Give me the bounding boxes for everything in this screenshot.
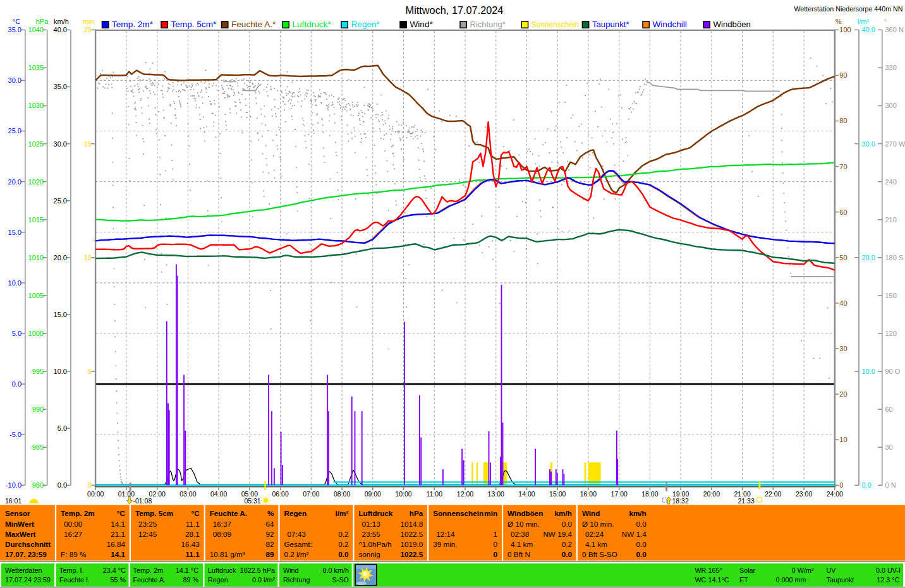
svg-text:18:00: 18:00 (641, 490, 658, 498)
svg-text:15: 15 (84, 140, 92, 148)
svg-text:210: 210 (885, 216, 897, 224)
svg-text:ET: ET (739, 576, 748, 584)
svg-text:0 W/m²: 0 W/m² (792, 567, 814, 574)
svg-text:90: 90 (839, 71, 847, 79)
svg-text:17.07.24 23:59: 17.07.24 23:59 (5, 576, 51, 584)
svg-text:0: 0 (839, 481, 843, 489)
svg-text:Taupunkt: Taupunkt (827, 576, 854, 584)
svg-text:40: 40 (839, 299, 847, 307)
svg-text:0.0: 0.0 (58, 481, 67, 489)
svg-text:°C: °C (117, 509, 126, 517)
svg-text:16:27: 16:27 (64, 530, 82, 538)
svg-text:10:00: 10:00 (395, 490, 411, 498)
svg-text:40.0: 40.0 (862, 26, 875, 33)
svg-text:11:00: 11:00 (427, 490, 443, 498)
svg-text:min: min (83, 18, 94, 25)
svg-text:0.2 l/m²: 0.2 l/m² (284, 550, 309, 558)
svg-text:Wetterstation Niedersorpe 440m: Wetterstation Niedersorpe 440m NN (794, 5, 902, 13)
svg-text:1022.5: 1022.5 (400, 550, 423, 558)
svg-text:MaxWert: MaxWert (5, 530, 36, 538)
svg-text:-01:08: -01:08 (133, 497, 152, 505)
svg-text:60: 60 (839, 208, 847, 216)
svg-text:Feuchte A.: Feuchte A. (133, 576, 166, 584)
svg-text:07:43: 07:43 (288, 530, 306, 538)
svg-text:23:25: 23:25 (138, 520, 157, 528)
svg-text:km/h: km/h (54, 18, 69, 25)
svg-text:l/m²: l/m² (336, 509, 349, 517)
svg-text:30: 30 (839, 345, 847, 352)
svg-text:80: 80 (839, 117, 847, 124)
svg-text:30: 30 (885, 443, 893, 451)
svg-text:0.000 mm: 0.000 mm (775, 576, 806, 584)
svg-text:km/h: km/h (629, 509, 646, 517)
svg-text:21:33: 21:33 (738, 497, 755, 505)
svg-text:Temp. 5cm: Temp. 5cm (135, 509, 173, 517)
svg-text:10.0: 10.0 (8, 279, 21, 287)
svg-text:S-SO: S-SO (332, 576, 349, 584)
svg-text:NW 1.4: NW 1.4 (622, 530, 647, 538)
svg-text:Luftdruck: Luftdruck (208, 567, 236, 574)
svg-text:WR 165°: WR 165° (695, 567, 722, 574)
svg-text:1019.0: 1019.0 (400, 540, 423, 548)
svg-text:%: % (267, 509, 274, 517)
svg-text:Luftdruck: Luftdruck (358, 509, 392, 517)
svg-text:Feuchte A.: Feuchte A. (210, 509, 247, 517)
svg-text:360 N: 360 N (885, 26, 904, 33)
svg-text:0.0: 0.0 (636, 520, 647, 528)
svg-text:0: 0 (494, 550, 498, 558)
svg-text:1015: 1015 (28, 216, 44, 224)
svg-text:00:00: 00:00 (64, 520, 83, 528)
svg-text:10.0: 10.0 (862, 368, 875, 375)
svg-text:F: 89 %: F: 89 % (61, 550, 86, 558)
svg-text:Wind*: Wind* (410, 20, 434, 29)
svg-text:-5.0: -5.0 (9, 431, 21, 438)
svg-text:Mittwoch, 17.07.2024: Mittwoch, 17.07.2024 (406, 4, 504, 16)
svg-text:30.0: 30.0 (862, 140, 875, 148)
svg-text:82: 82 (265, 540, 274, 548)
svg-text:WC 14.1°C: WC 14.1°C (695, 576, 729, 584)
svg-text:-10.0: -10.0 (6, 481, 21, 489)
svg-text:0.0 km/h: 0.0 km/h (323, 567, 349, 574)
svg-text:22:00: 22:00 (765, 490, 781, 498)
svg-text:Wetterdaten: Wetterdaten (5, 567, 42, 574)
svg-text:Sensor: Sensor (5, 509, 30, 517)
svg-text:0.2: 0.2 (562, 540, 572, 548)
svg-text:28.1: 28.1 (185, 530, 200, 538)
svg-text:07:00: 07:00 (303, 490, 319, 498)
svg-text:Richtung*: Richtung* (470, 20, 506, 29)
svg-text:50: 50 (839, 254, 847, 261)
svg-text:Windböen: Windböen (714, 20, 751, 29)
svg-text:0.0: 0.0 (12, 380, 21, 388)
svg-text:°: ° (884, 18, 887, 25)
svg-text:Regen: Regen (208, 576, 228, 584)
svg-text:55 %: 55 % (110, 576, 126, 584)
svg-text:0.0: 0.0 (636, 550, 647, 558)
svg-text:02:38: 02:38 (511, 530, 529, 538)
svg-text:1020: 1020 (28, 178, 44, 186)
svg-text:Luftdruck*: Luftdruck* (293, 20, 332, 29)
svg-text:20: 20 (839, 390, 847, 398)
svg-text:18:32: 18:32 (672, 497, 689, 505)
svg-text:24:00: 24:00 (827, 490, 843, 498)
svg-text:16:37: 16:37 (213, 520, 231, 528)
svg-text:985: 985 (32, 443, 44, 451)
svg-text:Feuchte A.*: Feuchte A.* (231, 20, 276, 29)
svg-text:23:55: 23:55 (361, 530, 380, 538)
svg-text:Gesamt:: Gesamt: (284, 540, 312, 548)
svg-text:1014.8: 1014.8 (400, 520, 423, 528)
svg-text:Richtung: Richtung (283, 576, 310, 584)
svg-text:270 W: 270 W (885, 140, 905, 148)
svg-text:Temp. 5cm*: Temp. 5cm* (171, 20, 217, 29)
svg-text:1022.5: 1022.5 (400, 530, 423, 538)
svg-text:01:13: 01:13 (361, 520, 380, 528)
svg-text:12:45: 12:45 (138, 530, 157, 538)
svg-text:21.1: 21.1 (111, 530, 125, 538)
svg-text:06:00: 06:00 (272, 490, 288, 498)
svg-text:Temp. I.: Temp. I. (59, 567, 83, 574)
svg-text:1022.5 hPa: 1022.5 hPa (240, 567, 275, 574)
svg-text:16:00: 16:00 (580, 490, 597, 498)
svg-text:0 Bft S-SO: 0 Bft S-SO (582, 550, 617, 558)
svg-text:UV: UV (827, 567, 837, 574)
svg-text:Feuchte I.: Feuchte I. (59, 576, 90, 584)
svg-text:1005: 1005 (28, 292, 44, 299)
